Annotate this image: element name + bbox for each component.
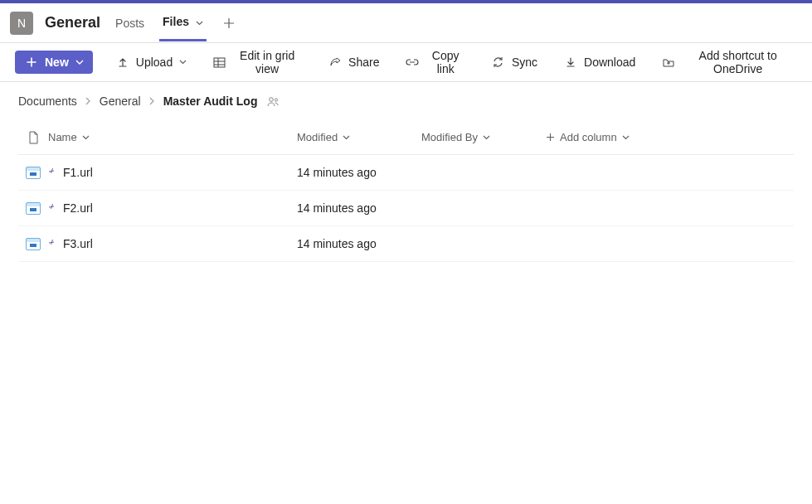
tab-files[interactable]: Files bbox=[159, 4, 207, 41]
link-icon bbox=[406, 56, 419, 69]
new-indicator-icon bbox=[48, 168, 56, 177]
plus-icon bbox=[546, 133, 555, 142]
tab-posts[interactable]: Posts bbox=[112, 6, 148, 41]
add-tab-button[interactable] bbox=[218, 17, 240, 29]
file-modified-cell: 14 minutes ago bbox=[297, 201, 421, 215]
team-avatar-letter: N bbox=[17, 17, 26, 30]
breadcrumb-item-documents[interactable]: Documents bbox=[18, 94, 77, 108]
share-button[interactable]: Share bbox=[325, 53, 382, 71]
url-file-icon bbox=[26, 238, 41, 250]
download-button[interactable]: Download bbox=[561, 53, 639, 71]
chevron-down-icon bbox=[622, 135, 630, 140]
svg-point-2 bbox=[275, 98, 278, 100]
share-icon bbox=[328, 56, 342, 69]
column-header-modified-by[interactable]: Modified By bbox=[421, 131, 546, 143]
file-name-cell[interactable]: F3.url bbox=[48, 237, 297, 250]
plus-icon bbox=[223, 17, 235, 29]
files-toolbar: New Upload Edit in grid view Share Copy … bbox=[0, 43, 812, 82]
plus-icon bbox=[25, 56, 38, 69]
upload-button[interactable]: Upload bbox=[113, 53, 190, 71]
file-type-icon-cell bbox=[18, 202, 48, 215]
add-shortcut-button-label: Add shortcut to OneDrive bbox=[682, 49, 794, 75]
file-name-cell[interactable]: F1.url bbox=[48, 166, 297, 179]
download-button-label: Download bbox=[584, 56, 635, 69]
chevron-down-icon bbox=[75, 60, 83, 65]
upload-button-label: Upload bbox=[136, 56, 173, 69]
file-name-cell[interactable]: F2.url bbox=[48, 201, 297, 215]
copy-link-button[interactable]: Copy link bbox=[402, 46, 468, 78]
new-indicator-icon bbox=[48, 204, 56, 212]
copy-link-button-label: Copy link bbox=[425, 49, 464, 75]
file-list: Name Modified Modified By Add column F1.… bbox=[0, 120, 812, 262]
column-header-modified-label: Modified bbox=[297, 131, 338, 143]
svg-rect-0 bbox=[214, 58, 225, 67]
column-header-name[interactable]: Name bbox=[48, 131, 297, 143]
svg-point-1 bbox=[270, 97, 274, 101]
sync-icon bbox=[492, 56, 505, 69]
chevron-down-icon bbox=[82, 135, 90, 140]
url-file-icon bbox=[26, 167, 41, 179]
new-indicator-icon bbox=[48, 240, 56, 248]
breadcrumb-item-general[interactable]: General bbox=[100, 94, 141, 108]
add-shortcut-button[interactable]: Add shortcut to OneDrive bbox=[659, 46, 797, 78]
add-column-button[interactable]: Add column bbox=[546, 131, 662, 143]
url-file-icon bbox=[26, 202, 41, 215]
breadcrumb-item-current: Master Audit Log bbox=[163, 94, 258, 108]
add-column-label: Add column bbox=[560, 131, 617, 143]
channel-header: N General Posts Files bbox=[0, 3, 812, 43]
chevron-down-icon bbox=[343, 135, 350, 140]
grid-icon bbox=[213, 56, 226, 69]
edit-grid-button-label: Edit in grid view bbox=[232, 49, 302, 75]
people-icon[interactable] bbox=[267, 96, 280, 107]
column-headers: Name Modified Modified By Add column bbox=[18, 120, 794, 155]
file-modified-cell: 14 minutes ago bbox=[297, 237, 421, 250]
new-button-label: New bbox=[45, 56, 69, 69]
add-shortcut-icon bbox=[662, 56, 675, 69]
chevron-down-icon bbox=[483, 135, 490, 140]
file-modified-cell: 14 minutes ago bbox=[297, 166, 421, 179]
share-button-label: Share bbox=[348, 56, 379, 69]
channel-title: General bbox=[45, 14, 100, 32]
upload-icon bbox=[116, 56, 129, 69]
file-type-icon-cell bbox=[18, 238, 48, 250]
sync-button[interactable]: Sync bbox=[489, 53, 541, 71]
chevron-right-icon bbox=[85, 97, 91, 105]
column-header-modified-by-label: Modified By bbox=[421, 131, 478, 143]
column-header-type[interactable] bbox=[18, 131, 48, 144]
download-icon bbox=[564, 56, 577, 69]
tab-files-label: Files bbox=[163, 15, 189, 28]
team-avatar[interactable]: N bbox=[10, 12, 33, 35]
table-row[interactable]: F1.url 14 minutes ago bbox=[18, 155, 794, 191]
file-type-icon-cell bbox=[18, 167, 48, 179]
breadcrumb: Documents General Master Audit Log bbox=[0, 82, 812, 120]
chevron-down-icon bbox=[196, 21, 203, 26]
edit-grid-button[interactable]: Edit in grid view bbox=[210, 46, 305, 78]
table-row[interactable]: F2.url 14 minutes ago bbox=[18, 191, 794, 226]
file-name: F2.url bbox=[63, 201, 93, 215]
new-button[interactable]: New bbox=[15, 51, 93, 74]
chevron-right-icon bbox=[149, 97, 155, 105]
file-name: F3.url bbox=[63, 237, 93, 250]
column-header-name-label: Name bbox=[48, 131, 77, 143]
column-header-modified[interactable]: Modified bbox=[297, 131, 421, 143]
chevron-down-icon bbox=[179, 60, 187, 65]
table-row[interactable]: F3.url 14 minutes ago bbox=[18, 226, 794, 262]
sync-button-label: Sync bbox=[512, 56, 537, 69]
file-name: F1.url bbox=[63, 166, 93, 179]
document-icon bbox=[28, 131, 39, 144]
tab-posts-label: Posts bbox=[115, 17, 144, 30]
